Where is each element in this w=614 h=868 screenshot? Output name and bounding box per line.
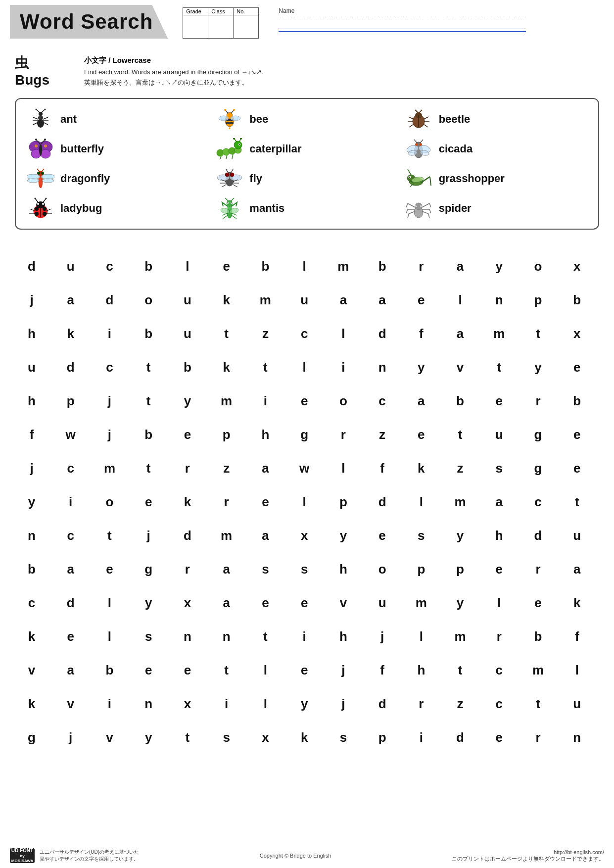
svg-line-134 [223, 215, 228, 219]
puzzle-cell: r [171, 451, 204, 485]
word-grid: ant [26, 107, 588, 221]
svg-point-76 [37, 172, 40, 175]
puzzle-cell: f [366, 451, 399, 485]
word-item-ant: ant [26, 107, 210, 132]
puzzle-cell: y [132, 586, 165, 620]
puzzle-cell: c [93, 249, 126, 283]
puzzle-cell: m [248, 283, 282, 317]
puzzle-cell: e [560, 451, 594, 485]
puzzle-cell: y [521, 350, 555, 384]
puzzle-cell: y [327, 519, 360, 552]
svg-line-145 [429, 203, 431, 207]
puzzle-cell: n [15, 519, 48, 552]
name-input-line[interactable]: - - - - - - - - - - - - - - - - - - - - … [279, 15, 526, 29]
puzzle-cell: e [366, 519, 399, 552]
svg-point-66 [416, 143, 418, 145]
puzzle-cell: k [287, 721, 321, 754]
bee-icon [215, 107, 244, 132]
puzzle-cell: e [287, 653, 321, 687]
word-item-caterpillar: caterpillar [215, 137, 399, 161]
svg-line-149 [428, 214, 429, 218]
puzzle-cell: u [287, 283, 321, 317]
puzzle-section: ducbleblmbrayoxjadoukmuaaelnpbhkibutzcld… [0, 240, 614, 764]
puzzle-cell: s [132, 620, 165, 653]
puzzle-cell: e [210, 249, 243, 283]
svg-point-152 [416, 205, 417, 206]
no-label: No. [234, 8, 258, 15]
puzzle-cell: d [366, 317, 399, 350]
no-field[interactable]: No. [234, 7, 259, 39]
puzzle-cell: w [54, 418, 88, 451]
svg-line-103 [408, 169, 411, 175]
svg-point-74 [27, 179, 39, 183]
puzzle-cell: z [366, 418, 399, 451]
svg-point-67 [420, 143, 422, 145]
puzzle-cell: o [521, 249, 555, 283]
svg-line-29 [409, 117, 414, 119]
puzzle-cell: r [521, 721, 555, 754]
puzzle-cell: e [54, 620, 88, 653]
name-dashes: - - - - - - - - - - - - - - - - - - - - … [279, 15, 526, 21]
grade-label: Grade [183, 8, 208, 15]
svg-point-43 [44, 139, 46, 141]
svg-point-23 [233, 109, 235, 111]
puzzle-cell: b [132, 249, 165, 283]
puzzle-cell: d [366, 687, 399, 721]
header: Word Search Grade Class No. Name - - - -… [0, 0, 614, 44]
puzzle-cell: e [93, 552, 126, 586]
ud-font-sub: by MORISAWA [10, 854, 35, 863]
puzzle-cell: r [521, 552, 555, 586]
grade-field[interactable]: Grade [183, 7, 208, 39]
puzzle-cell: n [132, 687, 165, 721]
puzzle-cell: c [521, 485, 555, 519]
word-item-fly: fly [215, 166, 399, 191]
svg-line-113 [35, 198, 38, 202]
puzzle-cell: k [210, 283, 243, 317]
puzzle-cell: h [404, 653, 438, 687]
grasshopper-icon [404, 166, 434, 191]
svg-point-129 [231, 202, 232, 203]
puzzle-cell: l [560, 653, 594, 687]
puzzle-cell: l [287, 485, 321, 519]
ladybug-icon [26, 196, 55, 221]
svg-line-91 [233, 185, 237, 187]
puzzle-cell: e [287, 384, 321, 418]
svg-point-39 [39, 144, 42, 156]
word-item-cicada: cicada [404, 137, 588, 161]
word-item-grasshopper: grasshopper [404, 166, 588, 191]
puzzle-cell: s [327, 721, 360, 754]
svg-point-102 [409, 176, 410, 177]
word-dragonfly: dragonfly [60, 172, 110, 185]
puzzle-cell: e [132, 485, 165, 519]
puzzle-cell: b [443, 384, 477, 418]
puzzle-cell: v [54, 687, 88, 721]
puzzle-cell: n [482, 283, 516, 317]
svg-point-18 [231, 116, 240, 121]
header-fields: Grade Class No. Name - - - - - - - - - -… [183, 7, 526, 39]
puzzle-cell: l [287, 350, 321, 384]
puzzle-cell: r [482, 620, 516, 653]
word-item-dragonfly: dragonfly [26, 166, 210, 191]
puzzle-cell: a [54, 283, 88, 317]
class-field[interactable]: Class [208, 7, 234, 39]
puzzle-cell: k [210, 350, 243, 384]
puzzle-cell: u [560, 687, 594, 721]
puzzle-cell: y [482, 249, 516, 283]
puzzle-cell: b [15, 552, 48, 586]
puzzle-cell: y [171, 384, 204, 418]
puzzle-cell: e [132, 653, 165, 687]
puzzle-cell: t [521, 687, 555, 721]
svg-point-38 [41, 149, 50, 158]
puzzle-cell: l [93, 586, 126, 620]
puzzle-cell: d [171, 519, 204, 552]
svg-point-1 [38, 115, 43, 120]
puzzle-cell: j [93, 418, 126, 451]
word-item-mantis: mantis [215, 196, 399, 221]
puzzle-cell: i [287, 620, 321, 653]
puzzle-cell: l [443, 283, 477, 317]
puzzle-cell: l [248, 687, 282, 721]
puzzle-cell: m [210, 519, 243, 552]
puzzle-cell: o [327, 384, 360, 418]
mantis-icon [215, 196, 244, 221]
svg-line-32 [424, 117, 428, 119]
